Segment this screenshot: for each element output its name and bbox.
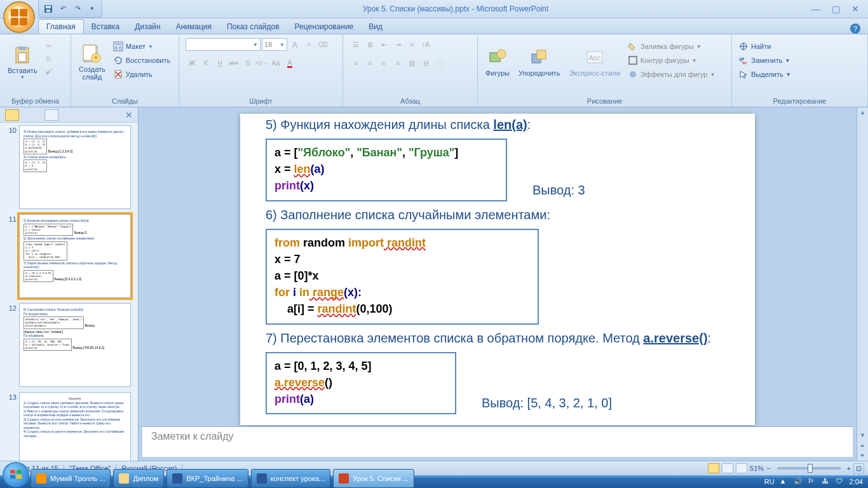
next-slide-icon[interactable]: ⏷ <box>857 451 868 461</box>
close-button[interactable]: ✕ <box>849 3 862 15</box>
redo-icon[interactable]: ↷ <box>72 3 83 15</box>
prev-slide-icon[interactable]: ⏶ <box>857 440 868 451</box>
fit-window-icon[interactable]: ⊡ <box>853 463 864 474</box>
tab-insert[interactable]: Вставка <box>84 20 128 34</box>
slides-tab-icon[interactable] <box>5 109 19 121</box>
svg-text:ac: ac <box>742 60 747 65</box>
tab-slideshow[interactable]: Показ слайдов <box>219 20 287 34</box>
find-button[interactable]: Найти <box>736 39 773 53</box>
tab-home[interactable]: Главная <box>38 19 84 34</box>
outline-tab-icon[interactable] <box>44 109 58 121</box>
tray-flag-icon[interactable]: 🏳 <box>808 477 817 486</box>
format-painter-button[interactable]: 🖌 <box>43 65 55 78</box>
shape-outline-button[interactable]: Контур фигуры ▼ <box>625 53 718 67</box>
line-spacing-icon[interactable]: ≡ <box>405 38 418 51</box>
columns-icon[interactable]: ▥ <box>405 57 418 69</box>
undo-icon[interactable]: ↶ <box>57 3 69 15</box>
tray-up-icon[interactable]: ▲ <box>780 477 789 486</box>
notes-pane[interactable]: Заметки к слайду <box>142 426 853 457</box>
scroll-up-icon[interactable]: ▲ <box>857 107 868 118</box>
zoom-out-icon[interactable]: − <box>766 464 770 472</box>
taskbar-item[interactable]: Мумий Тролль ... <box>31 469 111 488</box>
tray-shield-icon[interactable]: 🛡 <box>836 477 844 486</box>
tray-volume-icon[interactable]: 🔊 <box>794 477 803 486</box>
tray-clock[interactable]: 2:04 <box>850 478 863 485</box>
ribbon: Вставить ▼ ✂ ⎘ 🖌 Буфер обмена ✦ Создать … <box>0 34 868 107</box>
italic-button[interactable]: К <box>200 57 212 69</box>
tray-lang[interactable]: RU <box>764 478 775 485</box>
vertical-scrollbar[interactable]: ▲ ▼ ⏶ ⏷ <box>857 107 868 461</box>
zoom-in-icon[interactable]: + <box>847 464 851 472</box>
taskbar-item[interactable]: Урок 5. Списки ... <box>333 469 414 488</box>
qat-dropdown-icon[interactable]: ▼ <box>86 3 98 15</box>
slide-thumbnail-10[interactable]: 3) Можно расширить список, добавив в его… <box>19 125 131 209</box>
slide-thumbnail-13[interactable]: ❗ Задания: 1) Создать список своих любим… <box>19 392 131 461</box>
font-name-combo[interactable]: ▼ <box>186 38 261 51</box>
tab-review[interactable]: Рецензирование <box>287 20 362 34</box>
normal-view-icon[interactable] <box>708 463 719 473</box>
code-block-7: a = [0, 1, 2, 3, 4, 5] a.reverse() print… <box>266 352 456 415</box>
paste-button[interactable]: Вставить ▼ <box>4 37 41 88</box>
font-color-button[interactable]: A <box>283 57 296 69</box>
copy-button[interactable]: ⎘ <box>43 52 55 65</box>
replace-button[interactable]: abacЗаменить ▼ <box>736 53 792 67</box>
scroll-down-icon[interactable]: ▼ <box>857 430 868 440</box>
start-button[interactable] <box>3 462 29 487</box>
shape-fill-button[interactable]: Заливка фигуры ▼ <box>625 39 718 53</box>
taskbar-item[interactable]: ВКР_Трайнина ... <box>166 469 248 488</box>
new-slide-button[interactable]: ✦ Создать слайд <box>75 37 109 88</box>
font-size-combo[interactable]: 18▼ <box>262 38 287 51</box>
text-direction-icon[interactable]: ↕A <box>419 38 432 51</box>
save-icon[interactable] <box>43 3 54 15</box>
office-button[interactable] <box>3 1 35 33</box>
sorter-view-icon[interactable] <box>722 463 733 473</box>
slide-thumbnail-11[interactable]: 5) Функция нахождения длины списка len(a… <box>19 214 131 298</box>
minimize-button[interactable]: — <box>809 3 823 15</box>
zoom-level[interactable]: 51% <box>750 464 764 472</box>
taskbar-item[interactable]: конспект урока... <box>251 469 331 488</box>
char-spacing-button[interactable]: AV↔ <box>255 57 268 69</box>
shapes-button[interactable]: Фигуры <box>482 37 513 88</box>
taskbar-item[interactable]: Диплом <box>113 469 164 488</box>
delete-slide-button[interactable]: Удалить <box>111 67 173 81</box>
decrease-indent-icon[interactable]: ⇤ <box>377 38 390 51</box>
tray-network-icon[interactable]: 🖧 <box>822 477 831 486</box>
grow-font-icon[interactable]: A <box>288 38 301 51</box>
shape-effects-button[interactable]: Эффекты для фигур ▼ <box>625 67 718 81</box>
shadow-button[interactable]: S <box>241 57 254 69</box>
heading-7: 7) Перестановка элементов списка в обрат… <box>266 331 729 346</box>
tab-view[interactable]: Вид <box>361 20 390 34</box>
bullets-icon[interactable]: ☰ <box>349 38 362 51</box>
arrange-button[interactable]: Упорядочить <box>515 37 564 88</box>
slide-thumbnail-12[interactable]: 8) Сортировка списка. Функция sorted(a) … <box>19 303 131 387</box>
zoom-slider[interactable] <box>777 467 841 470</box>
smartart-icon[interactable]: ⬚ <box>433 57 446 69</box>
quick-styles-button[interactable]: Abc Экспресс-стили <box>565 37 623 88</box>
cut-button[interactable]: ✂ <box>43 39 55 52</box>
reset-button[interactable]: Восстановить <box>111 53 173 67</box>
change-case-button[interactable]: Aa <box>269 57 282 69</box>
slideshow-view-icon[interactable] <box>736 463 747 473</box>
clear-format-icon[interactable]: ⌫ <box>316 38 329 51</box>
bold-button[interactable]: Ж <box>186 57 198 69</box>
svg-text:✦: ✦ <box>93 53 99 62</box>
tab-design[interactable]: Дизайн <box>127 20 168 34</box>
justify-icon[interactable]: ≡ <box>391 57 404 69</box>
slide-canvas-area[interactable]: 5) Функция нахождения длины списка len(a… <box>139 107 857 426</box>
underline-button[interactable]: Ч <box>214 57 226 69</box>
align-left-icon[interactable]: ≡ <box>349 57 362 69</box>
numbering-icon[interactable]: ≣ <box>363 38 376 51</box>
panel-close-icon[interactable]: ✕ <box>125 110 133 120</box>
tab-animation[interactable]: Анимация <box>168 20 219 34</box>
select-button[interactable]: Выделить ▼ <box>736 67 794 81</box>
increase-indent-icon[interactable]: ⇥ <box>391 38 404 51</box>
help-icon[interactable]: ? <box>850 24 860 34</box>
align-right-icon[interactable]: ≡ <box>377 57 390 69</box>
layout-button[interactable]: Макет ▼ <box>111 39 173 53</box>
align-text-icon[interactable]: ⊟ <box>419 57 432 69</box>
shrink-font-icon[interactable]: A <box>302 38 315 51</box>
align-center-icon[interactable]: ≡ <box>363 57 376 69</box>
maximize-button[interactable]: ▢ <box>829 3 843 15</box>
slide-canvas[interactable]: 5) Функция нахождения длины списка len(a… <box>240 114 755 425</box>
strike-button[interactable]: abc <box>227 57 240 69</box>
